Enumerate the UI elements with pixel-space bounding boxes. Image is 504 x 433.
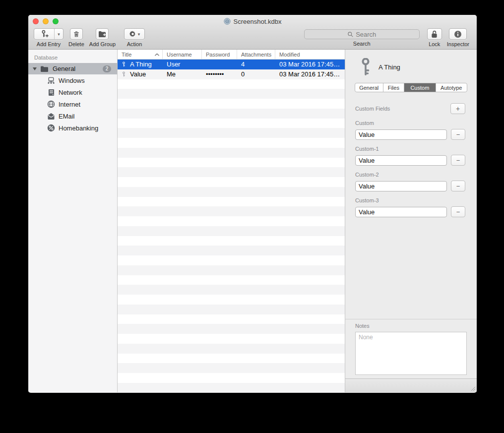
empty-row	[118, 206, 345, 216]
tab-label: Custom	[410, 85, 429, 91]
minus-icon: −	[456, 183, 460, 189]
sidebar-item-windows[interactable]: Windows	[28, 74, 117, 86]
column-header-label: Attachments	[241, 52, 271, 58]
remove-custom-field-button[interactable]: −	[451, 206, 465, 217]
remove-custom-field-button[interactable]: −	[451, 129, 465, 140]
toolbar-item-search: Search Search	[304, 28, 420, 47]
tab-general[interactable]: General	[355, 83, 383, 92]
toolbar-item-delete: Delete	[68, 28, 84, 47]
custom-field-group: Custom-1 −	[355, 146, 465, 166]
custom-field-value-input[interactable]	[355, 155, 447, 166]
empty-row	[118, 177, 345, 187]
chevron-down-icon[interactable]: ▾	[54, 29, 63, 39]
zoom-button[interactable]	[53, 18, 59, 24]
custom-field-label: Custom-1	[355, 146, 465, 152]
remove-custom-field-button[interactable]: −	[451, 181, 465, 191]
key-icon	[360, 58, 371, 76]
empty-row	[118, 128, 345, 138]
column-header-label: Password	[206, 52, 230, 58]
column-header-label: Modified	[279, 52, 300, 58]
document-proxy-icon[interactable]	[224, 18, 231, 25]
key-icon	[121, 61, 126, 67]
empty-row	[118, 197, 345, 207]
empty-row	[118, 226, 345, 236]
custom-field-group: Custom −	[355, 120, 465, 140]
column-header-password[interactable]: Password	[202, 50, 237, 59]
empty-row	[118, 363, 345, 373]
empty-row	[118, 89, 345, 99]
empty-row	[118, 187, 345, 197]
tab-custom[interactable]: Custom	[404, 83, 436, 92]
disclosure-triangle-icon[interactable]	[33, 67, 37, 70]
cell-username: Me	[163, 70, 202, 78]
cell-attachments: 0	[237, 70, 275, 78]
cell-attachments: 4	[237, 61, 275, 68]
sidebar: Database General 2 Windows Network Inter…	[28, 50, 118, 392]
sidebar-item-homebanking[interactable]: Homebanking	[28, 122, 117, 134]
sidebar-item-label: Windows	[59, 77, 85, 84]
add-group-button[interactable]	[96, 28, 109, 40]
custom-field-value-input[interactable]	[355, 181, 447, 191]
search-input[interactable]: Search	[304, 29, 420, 39]
notes-label: Notes	[355, 323, 477, 329]
empty-row	[118, 344, 345, 354]
notes-textarea[interactable]: None	[355, 332, 467, 375]
lock-button[interactable]	[427, 28, 442, 40]
traffic-lights	[33, 18, 59, 24]
window-header: Screenshot.kdbx ▾ Add Entry Delete	[28, 15, 477, 50]
tab-autotype[interactable]: Autotype	[436, 83, 467, 92]
cell-username: User	[163, 61, 202, 68]
column-header-attachments[interactable]: Attachments	[237, 50, 275, 59]
sidebar-item-internet[interactable]: Internet	[28, 98, 117, 110]
sidebar-item-label: General	[53, 65, 103, 72]
toolbar-label: Lock	[429, 41, 440, 47]
custom-field-value-input[interactable]	[355, 129, 447, 140]
column-header-modified[interactable]: Modified	[275, 50, 345, 59]
custom-field-group: Custom-3 −	[355, 197, 465, 217]
sidebar-item-label: Homebanking	[59, 124, 98, 132]
custom-field-label: Custom-3	[355, 197, 465, 203]
plus-icon: +	[456, 105, 460, 112]
empty-row	[118, 265, 345, 275]
empty-row	[118, 167, 345, 177]
tab-label: Autotype	[441, 85, 462, 91]
delete-button[interactable]	[70, 28, 83, 40]
minimize-button[interactable]	[43, 18, 49, 24]
empty-row	[118, 119, 345, 128]
toolbar-item-lock: Lock	[427, 28, 442, 47]
tab-label: General	[359, 85, 378, 91]
entry-row[interactable]: Value Me •••••••• 0 03 Mar 2016 17:45…	[118, 69, 345, 79]
entry-row[interactable]: A Thing User 4 03 Mar 2016 17:45…	[118, 60, 345, 69]
sidebar-item-network[interactable]: Network	[28, 86, 117, 98]
toolbar-label: Delete	[68, 41, 84, 47]
titlebar[interactable]: Screenshot.kdbx	[28, 15, 477, 28]
sidebar-item-label: EMail	[59, 113, 75, 120]
custom-field-value-input[interactable]	[355, 207, 447, 217]
envelope-icon	[47, 112, 55, 120]
cell-title: Value	[130, 70, 146, 78]
toolbar-label: Add Group	[89, 41, 116, 47]
column-header-title[interactable]: Title	[118, 50, 163, 59]
empty-row	[118, 236, 345, 246]
toolbar-label: Inspector	[447, 41, 469, 47]
toolbar-label: Search	[353, 41, 371, 47]
key-icon	[121, 71, 126, 77]
column-header-label: Username	[167, 52, 192, 58]
close-button[interactable]	[33, 18, 39, 24]
tab-files[interactable]: Files	[383, 83, 405, 92]
minus-icon: −	[456, 209, 460, 215]
resize-grip-icon[interactable]	[470, 386, 476, 391]
sidebar-item-general[interactable]: General 2	[28, 63, 117, 74]
globe-icon	[47, 100, 55, 108]
remove-custom-field-button[interactable]: −	[451, 155, 465, 166]
toolbar-item-action: ▾ Action	[124, 28, 145, 47]
action-button[interactable]: ▾	[124, 28, 145, 40]
add-entry-button[interactable]: ▾	[34, 28, 63, 40]
empty-row	[118, 324, 345, 334]
add-custom-field-button[interactable]: +	[450, 103, 465, 114]
sidebar-item-email[interactable]: EMail	[28, 110, 117, 122]
inspector-button[interactable]	[449, 28, 467, 40]
empty-row	[118, 99, 345, 109]
column-header-username[interactable]: Username	[163, 50, 202, 59]
chevron-down-icon: ▾	[138, 32, 140, 37]
